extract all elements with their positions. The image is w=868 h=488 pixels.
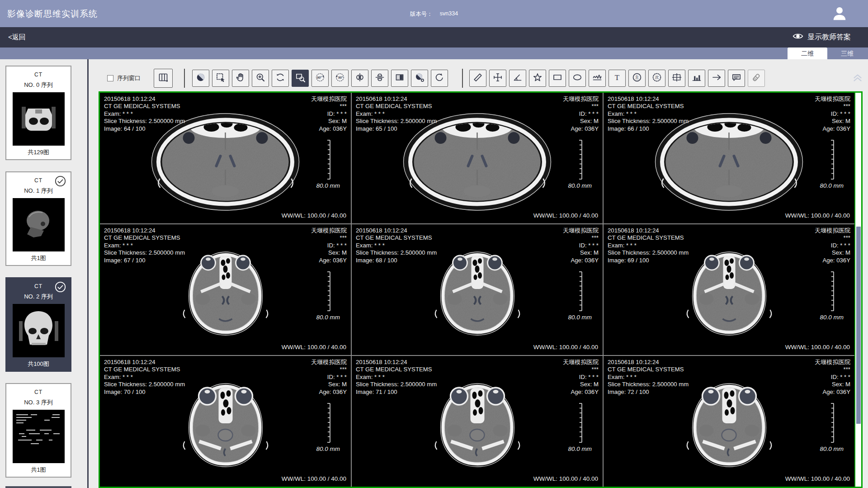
zoom-button[interactable] [252, 70, 269, 87]
reset-button[interactable] [431, 70, 448, 87]
eraser-button[interactable] [748, 70, 765, 87]
window-level-readout: WW/WL: 100.00 / 40.00 [282, 475, 346, 483]
roi-box-button[interactable] [668, 70, 685, 87]
svg-text:90°: 90° [338, 76, 343, 79]
exam: Exam: * * * [104, 242, 185, 249]
window-preset-button[interactable] [411, 70, 428, 87]
sidebar-divider [87, 59, 89, 488]
device: CT GE MEDICAL SYSTEMS [608, 234, 689, 242]
window-level-button[interactable] [192, 70, 209, 87]
study-datetime: 20150618 10:12:24 [608, 227, 689, 234]
comment-button[interactable] [728, 70, 745, 87]
rotate-button[interactable] [272, 70, 289, 87]
viewer-grid: 20150618 10:12:24 CT GE MEDICAL SYSTEMS … [99, 91, 863, 488]
viewport-cell-1[interactable]: 20150618 10:12:24 CT GE MEDICAL SYSTEMS … [352, 93, 603, 223]
viewport-cell-4[interactable]: 20150618 10:12:24 CT GE MEDICAL SYSTEMS … [352, 224, 603, 355]
series-window-toggle[interactable]: 序列窗口 [107, 74, 141, 82]
series-image-count: 共1图 [6, 254, 71, 262]
series-card-2[interactable]: CTNO. 2 序列共100图 [5, 277, 71, 372]
hospital: 天堰模拟医院 [311, 95, 347, 103]
viewer-scrollbar[interactable] [854, 93, 861, 487]
measure-cross-button[interactable] [489, 70, 506, 87]
series-card-3[interactable]: CTNO. 3 序列共1图 [5, 383, 71, 478]
slice-thickness: Slice Thickness: 2.500000 mm [608, 118, 689, 125]
series-card-1[interactable]: CTNO. 1 序列共1图 [5, 171, 71, 266]
user-icon[interactable] [831, 5, 848, 22]
overlay-top-left: 20150618 10:12:24 CT GE MEDICAL SYSTEMS … [356, 227, 437, 264]
series-image-count: 共100图 [6, 360, 71, 368]
device: CT GE MEDICAL SYSTEMS [356, 366, 437, 373]
main-marker-button[interactable]: 主 [628, 70, 646, 87]
measure-length-button[interactable] [469, 70, 486, 87]
study-datetime: 20150618 10:12:24 [356, 359, 437, 366]
next-series-card-edge [5, 486, 71, 488]
add-text-button[interactable]: T [609, 70, 626, 87]
flip-horizontal-icon [354, 72, 365, 85]
series-card-0[interactable]: CTNO. 0 序列共129图 [5, 66, 71, 160]
study-datetime: 20150618 10:12:24 [608, 359, 689, 366]
viewport-cell-2[interactable]: 20150618 10:12:24 CT GE MEDICAL SYSTEMS … [604, 93, 854, 223]
viewer-scrollbar-thumb[interactable] [856, 227, 861, 424]
viewport-cell-8[interactable]: 20150618 10:12:24 CT GE MEDICAL SYSTEMS … [604, 356, 854, 487]
tab-3d[interactable]: 三维 [827, 47, 867, 59]
draw-arrow-button[interactable] [708, 70, 725, 87]
window-level-readout: WW/WL: 100.00 / 40.00 [533, 475, 598, 483]
rotate-icon [275, 72, 286, 85]
viewport-cell-5[interactable]: 20150618 10:12:24 CT GE MEDICAL SYSTEMS … [604, 224, 854, 355]
image-index: Image: 72 / 100 [608, 389, 689, 396]
eraser-icon [751, 72, 762, 85]
layout-button[interactable] [154, 69, 173, 88]
chevron-up-icon[interactable] [852, 72, 863, 84]
svg-text:T: T [615, 73, 620, 82]
rotate-90-ccw-button[interactable]: 90° [311, 70, 329, 87]
secondary-marker-button[interactable]: 次 [648, 70, 665, 87]
draw-polygon-button[interactable] [529, 70, 546, 87]
histogram-button[interactable] [688, 70, 705, 87]
check-icon [55, 281, 66, 293]
measure-angle-button[interactable] [509, 70, 526, 87]
scale-label: 80.0 mm [316, 445, 340, 453]
draw-curve-button[interactable] [589, 70, 606, 87]
window-level-readout: WW/WL: 100.00 / 40.00 [785, 212, 850, 219]
rectangle-icon [552, 72, 563, 85]
patient-age: Age: 036Y [311, 389, 347, 396]
show-teacher-answer-button[interactable]: 显示教师答案 [793, 32, 851, 42]
scale-label: 80.0 mm [820, 314, 844, 321]
series-name: NO. 2 序列 [6, 293, 71, 301]
skull-frontal-thumbnail [13, 304, 65, 357]
series-window-label: 序列窗口 [117, 74, 141, 82]
viewport-cell-3[interactable]: 20150618 10:12:24 CT GE MEDICAL SYSTEMS … [100, 224, 351, 355]
ct-axial-slice [431, 246, 524, 341]
patient-id: ID: * * * [311, 242, 347, 249]
image-index: Image: 65 / 100 [356, 125, 437, 133]
overlay-top-right: 天堰模拟医院 *** ID: * * * Sex: M Age: 036Y [563, 227, 599, 264]
back-button[interactable]: <返回 [8, 33, 26, 42]
device: CT GE MEDICAL SYSTEMS [104, 366, 185, 373]
nav-bar: <返回 显示教师答案 [0, 27, 868, 47]
pan-icon [235, 72, 246, 85]
patient-age: Age: 036Y [563, 389, 599, 396]
tab-2d[interactable]: 二维 [788, 47, 827, 59]
series-window-checkbox[interactable] [107, 75, 113, 81]
hospital: 天堰模拟医院 [815, 359, 850, 366]
window-level-readout: WW/WL: 100.00 / 40.00 [533, 344, 598, 351]
ct-axial-slice [683, 377, 775, 473]
scale-ruler [576, 402, 584, 444]
zoom-region-button[interactable] [292, 70, 309, 87]
rotate-90-cw-icon: 90° [335, 72, 345, 85]
viewport-cell-0[interactable]: 20150618 10:12:24 CT GE MEDICAL SYSTEMS … [100, 93, 351, 223]
draw-ellipse-button[interactable] [569, 70, 586, 87]
viewport-cell-7[interactable]: 20150618 10:12:24 CT GE MEDICAL SYSTEMS … [352, 356, 603, 487]
image-index: Image: 64 / 100 [104, 125, 185, 133]
ct-axial-slice [179, 246, 272, 341]
invert-button[interactable] [391, 70, 408, 87]
pan-button[interactable] [232, 70, 249, 87]
rotate-90-cw-button[interactable]: 90° [331, 70, 349, 87]
flip-horizontal-button[interactable] [351, 70, 368, 87]
draw-rectangle-button[interactable] [549, 70, 566, 87]
slice-thickness: Slice Thickness: 2.500000 mm [356, 118, 437, 125]
select-button[interactable] [212, 70, 229, 87]
viewport-cell-6[interactable]: 20150618 10:12:24 CT GE MEDICAL SYSTEMS … [100, 356, 351, 487]
flip-vertical-button[interactable] [371, 70, 388, 87]
patient-age: Age: 036Y [563, 257, 599, 264]
